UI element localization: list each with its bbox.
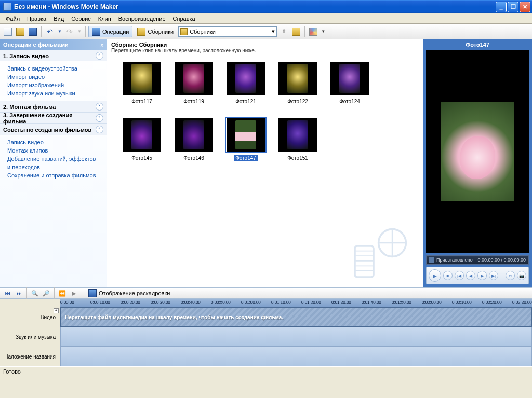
- tasks-pane-button[interactable]: Операции: [88, 26, 132, 37]
- task-link[interactable]: Монтаж клипов: [7, 146, 99, 155]
- ruler-tick: 0:01:00,00: [241, 300, 261, 305]
- thumbnail-label: Фото122: [286, 98, 310, 105]
- sidebar-close-button[interactable]: x: [101, 42, 104, 48]
- task-link[interactable]: Добавление названий, эффектов и переходо…: [7, 155, 99, 171]
- step-fwd-button[interactable]: ▶: [477, 271, 487, 280]
- undo-dropdown[interactable]: ▼: [57, 26, 63, 37]
- chevron-down-icon: ˅: [96, 114, 103, 122]
- stop-button[interactable]: ■: [443, 271, 453, 280]
- collections-combobox[interactable]: Сборники ▾: [178, 26, 277, 37]
- zoom-in-button[interactable]: 🔍: [30, 289, 40, 298]
- clip-thumbnail[interactable]: Фото121: [227, 62, 265, 105]
- redo-button[interactable]: ↷: [64, 26, 75, 37]
- task-link[interactable]: Запись с видеоустройства: [7, 64, 99, 73]
- thumbnail-label: Фото117: [130, 98, 154, 105]
- snapshot-button[interactable]: 📷: [517, 271, 526, 280]
- preview-time: 0:00:00,00 / 0:00:00,00: [477, 257, 526, 263]
- combobox-value: Сборники: [190, 29, 216, 35]
- section-header-0[interactable]: 1. Запись видео˄: [0, 50, 107, 61]
- tasks-sidebar: Операции с фильмами x 1. Запись видео˄За…: [0, 39, 107, 287]
- toolbar-separator: [82, 287, 82, 299]
- clip-thumbnail[interactable]: Фото117: [123, 62, 161, 105]
- rewind-button[interactable]: ⏪: [57, 289, 68, 298]
- video-track[interactable]: Перетащите файл мультимедиа на шкалу вре…: [60, 307, 532, 327]
- task-link[interactable]: Импорт видео: [7, 73, 99, 81]
- preview-controls: ▶ ■ |◀ ◀ ▶ ▶| ✂ 📷: [426, 267, 529, 284]
- status-bar: Готово: [0, 366, 532, 376]
- timeline-ruler[interactable]: 0:00:000:00:10,000:00:20,000:00:30,000:0…: [60, 299, 532, 307]
- view-options-button[interactable]: [308, 26, 319, 37]
- window-minimize-button[interactable]: _: [496, 2, 507, 12]
- timeline-drop-hint: Перетащите файл мультимедиа на шкалу вре…: [65, 314, 283, 320]
- menu-сервис[interactable]: Сервис: [68, 15, 95, 23]
- step-back-button[interactable]: ◀: [466, 271, 475, 280]
- toolbar-separator: [26, 287, 27, 299]
- task-link[interactable]: Импорт звука или музыки: [7, 89, 99, 98]
- menu-клип[interactable]: Клип: [95, 15, 115, 23]
- menu-вид[interactable]: Вид: [50, 15, 68, 23]
- expand-video-button[interactable]: +: [54, 308, 59, 313]
- task-link[interactable]: Импорт изображений: [7, 81, 99, 89]
- zoom-out-button[interactable]: 🔎: [41, 289, 51, 298]
- clip-thumbnail[interactable]: Фото119: [175, 62, 213, 105]
- next-button[interactable]: ▶|: [489, 271, 498, 280]
- section-header-3[interactable]: Советы по созданию фильмов˄: [0, 123, 107, 135]
- ruler-tick: 0:02:20,00: [482, 300, 502, 305]
- preview-screen[interactable]: [426, 50, 529, 253]
- ruler-tick: 0:00:20,00: [121, 300, 140, 305]
- clip-thumbnail[interactable]: Фото147: [227, 118, 265, 161]
- menu-воспроизведение[interactable]: Воспроизведение: [115, 15, 169, 23]
- section-header-1[interactable]: 2. Монтаж фильма˅: [0, 101, 107, 112]
- ruler-tick: 0:01:10,00: [271, 300, 291, 305]
- window-close-button[interactable]: ✕: [520, 2, 530, 12]
- main-toolbar: ↶ ▼ ↷ ▼ Операции Сборники Сборники ▾ ⇧ ▼: [0, 24, 532, 39]
- thumbnail-image: [287, 64, 308, 93]
- menu-правка[interactable]: Правка: [23, 15, 50, 23]
- thumbnail-image: [287, 120, 308, 149]
- play-button[interactable]: ▶: [429, 269, 441, 282]
- task-link[interactable]: Сохранение и отправка фильмов: [7, 171, 99, 180]
- clip-thumbnail[interactable]: Фото145: [123, 118, 161, 161]
- new-project-button[interactable]: [2, 26, 14, 37]
- folder-icon: [180, 28, 188, 35]
- section-header-2[interactable]: 3. Завершение создания фильма˅: [0, 112, 107, 123]
- window-restore-button[interactable]: ❐: [508, 2, 518, 12]
- clip-thumbnail[interactable]: Фото124: [330, 62, 369, 105]
- menu-файл[interactable]: Файл: [2, 15, 23, 23]
- collections-pane-button[interactable]: Сборники: [134, 26, 177, 37]
- audio-track[interactable]: [60, 327, 532, 347]
- clip-thumbnail[interactable]: Фото146: [175, 118, 213, 161]
- clip-thumbnail[interactable]: Фото151: [278, 118, 317, 161]
- seek-slider-icon: [429, 257, 434, 263]
- thumbnail-label: Фото146: [182, 155, 206, 161]
- title-track[interactable]: [60, 347, 532, 366]
- open-button[interactable]: [15, 26, 26, 37]
- toggle-storyboard-button[interactable]: Отображение раскадровки: [85, 287, 174, 299]
- task-link[interactable]: Запись видео: [7, 138, 99, 146]
- ruler-tick: 0:01:40,00: [362, 300, 381, 305]
- clip-thumbnail[interactable]: Фото122: [278, 62, 317, 105]
- new-folder-button[interactable]: [290, 26, 302, 37]
- undo-button[interactable]: ↶: [44, 26, 56, 37]
- save-button[interactable]: [27, 26, 38, 37]
- view-options-dropdown[interactable]: ▼: [320, 26, 326, 37]
- preview-title: Фото147: [423, 39, 532, 50]
- timeline-toolbar: ⏮ ⏭ 🔍 🔎 ⏪ ▶ Отображение раскадровки: [0, 287, 532, 299]
- timeline-prev-button[interactable]: ⏮: [2, 289, 12, 298]
- sidebar-header: Операции с фильмами x: [0, 39, 107, 50]
- split-button[interactable]: ✂: [506, 271, 515, 280]
- timeline-next-button[interactable]: ⏭: [14, 289, 24, 298]
- thumbnail-image: [235, 120, 256, 149]
- thumbnail-label: Фото145: [130, 155, 154, 161]
- status-text: Готово: [3, 368, 21, 375]
- play-timeline-button[interactable]: ▶: [69, 289, 79, 298]
- up-level-button[interactable]: ⇧: [278, 26, 289, 37]
- prev-button[interactable]: |◀: [455, 271, 464, 280]
- ruler-tick: 0:02:10,00: [452, 300, 472, 305]
- window-titlebar: Без имени - Windows Movie Maker _ ❐ ✕: [0, 0, 532, 13]
- menu-справка[interactable]: Справка: [169, 15, 199, 23]
- thumbnail-image: [183, 64, 204, 93]
- redo-dropdown[interactable]: ▼: [76, 26, 83, 37]
- ruler-tick: 0:01:50,00: [392, 300, 411, 305]
- toggle-storyboard-label: Отображение раскадровки: [99, 290, 170, 296]
